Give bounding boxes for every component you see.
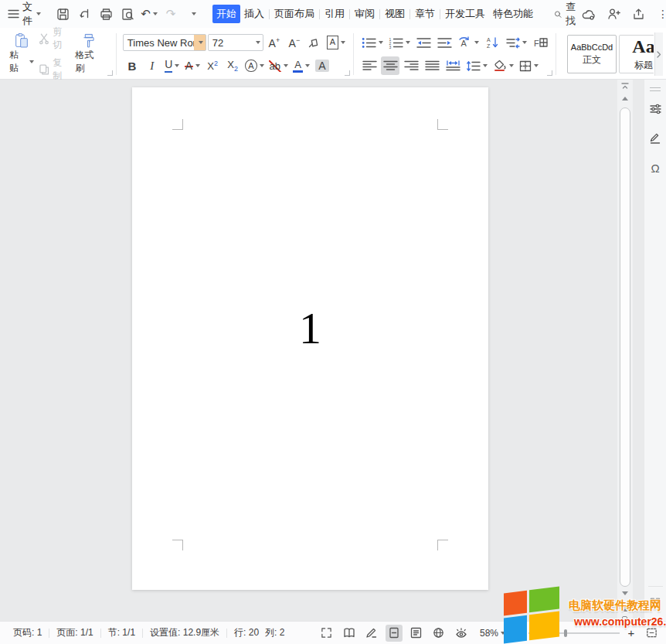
customize-toolbar-icon[interactable] <box>183 5 202 23</box>
chevron-down-icon[interactable] <box>36 12 41 15</box>
print-preview-icon[interactable] <box>118 5 137 23</box>
page-view-icon[interactable] <box>386 625 403 642</box>
export-icon[interactable] <box>75 5 93 23</box>
bullet-list-icon[interactable] <box>360 33 385 52</box>
browse-object-icon[interactable] <box>622 616 627 622</box>
paste-icon <box>11 33 32 49</box>
find-button[interactable]: 查找 <box>554 0 579 28</box>
tab-section[interactable]: 章节 <box>411 5 439 23</box>
strikethrough-icon[interactable]: A <box>183 56 202 75</box>
status-page[interactable]: 页面: 1/1 <box>49 626 100 639</box>
superscript-icon[interactable]: X2 <box>203 56 222 75</box>
more-options-icon[interactable]: ⋮ <box>654 5 666 23</box>
ribbon: 粘贴 剪切 复制 格式刷 Times New Roma <box>0 28 666 80</box>
distribute-icon[interactable] <box>443 56 462 75</box>
justify-icon[interactable] <box>423 56 441 75</box>
cut-icon <box>39 32 49 45</box>
tab-insert[interactable]: 插入 <box>240 5 268 23</box>
app-grid-icon[interactable] <box>650 598 661 612</box>
align-left-icon[interactable] <box>360 56 379 75</box>
tab-review[interactable]: 审阅 <box>351 5 379 23</box>
zoom-out-button[interactable]: − <box>511 626 523 639</box>
align-center-icon[interactable] <box>381 56 399 75</box>
previous-page-icon[interactable] <box>617 605 633 612</box>
shrink-font-icon[interactable]: A− <box>285 33 304 52</box>
ruler-toggle-icon[interactable] <box>617 82 633 90</box>
scroll-down-arrow[interactable] <box>617 591 633 595</box>
print-icon[interactable] <box>97 5 115 23</box>
zoom-slider[interactable] <box>528 632 620 634</box>
chevron-down-icon[interactable] <box>251 35 263 50</box>
tab-references[interactable]: 引用 <box>321 5 348 23</box>
read-mode-icon[interactable] <box>341 625 358 642</box>
save-icon[interactable] <box>53 5 72 23</box>
grow-font-icon[interactable]: A+ <box>265 33 284 52</box>
decrease-indent-icon[interactable] <box>414 33 433 52</box>
cloud-sync-icon[interactable] <box>579 5 598 23</box>
style-card-heading[interactable]: Aa 标题 <box>619 35 654 73</box>
tab-page-layout[interactable]: 页面布局 <box>270 5 318 23</box>
vertical-scrollbar[interactable] <box>617 80 633 621</box>
status-section[interactable]: 节: 1/1 <box>101 626 142 639</box>
file-menu[interactable]: 文件 <box>22 0 32 28</box>
tab-special-features[interactable]: 特色功能 <box>489 5 537 23</box>
zoom-level[interactable]: 58% <box>480 628 505 639</box>
status-page-number[interactable]: 页码: 1 <box>6 626 49 639</box>
drag-handle-icon[interactable] <box>650 87 661 91</box>
increase-indent-icon[interactable] <box>435 33 454 52</box>
borders-icon[interactable] <box>518 56 540 75</box>
edit-pen-icon[interactable] <box>647 130 664 147</box>
shading-icon[interactable] <box>491 56 515 75</box>
font-color-icon[interactable]: A <box>291 56 311 75</box>
ink-pencil-icon[interactable] <box>363 625 380 642</box>
font-size-combo[interactable]: 72 <box>208 34 263 51</box>
fullscreen-icon[interactable] <box>318 625 335 642</box>
add-user-icon[interactable] <box>604 5 623 23</box>
eye-protect-icon[interactable] <box>453 625 470 642</box>
scroll-up-arrow[interactable] <box>617 97 633 101</box>
status-setting-value[interactable]: 设置值: 12.9厘米 <box>143 626 226 639</box>
tab-home[interactable]: 开始 <box>212 5 240 23</box>
char-border-icon[interactable]: A <box>325 33 347 52</box>
numbered-list-icon[interactable]: 123 <box>387 33 412 52</box>
font-group: Times New Roma 72 A+ A− A B I U A X2 X2 … <box>123 32 347 77</box>
line-spacing-icon[interactable] <box>464 56 489 75</box>
share-icon[interactable] <box>629 5 647 23</box>
styles-gallery-expand[interactable] <box>654 32 663 76</box>
align-right-icon[interactable] <box>402 56 420 75</box>
properties-sliders-icon[interactable] <box>647 101 664 118</box>
scrollbar-thumb[interactable] <box>620 107 630 587</box>
bold-icon[interactable]: B <box>123 56 141 75</box>
symbol-omega-icon[interactable]: Ω <box>647 159 664 176</box>
zoom-slider-handle[interactable] <box>564 629 567 637</box>
subscript-icon[interactable]: X2 <box>223 56 242 75</box>
char-shading-icon[interactable]: A <box>313 56 331 75</box>
format-painter-button[interactable]: 格式刷 <box>72 32 105 77</box>
redo-icon: ↷ <box>161 5 180 23</box>
undo-icon[interactable]: ↶ <box>140 5 158 23</box>
tab-view[interactable]: 视图 <box>381 5 409 23</box>
chevron-down-icon[interactable] <box>194 35 206 50</box>
fit-page-icon[interactable] <box>643 625 660 642</box>
circled-character-icon[interactable]: A <box>243 56 265 75</box>
sort-icon[interactable]: AZ <box>483 33 501 52</box>
paste-button[interactable]: 粘贴 <box>6 32 37 77</box>
document-text[interactable]: 1 <box>132 306 488 351</box>
highlight-icon[interactable]: ab <box>267 56 290 75</box>
document-page[interactable]: 1 <box>132 87 488 590</box>
outline-view-icon[interactable] <box>408 625 425 642</box>
hamburger-menu-icon[interactable] <box>8 5 19 23</box>
text-tool-icon[interactable]: F <box>531 33 549 52</box>
underline-icon[interactable]: U <box>163 56 182 75</box>
font-name-combo[interactable]: Times New Roma <box>123 34 206 51</box>
clear-format-icon[interactable] <box>305 33 324 52</box>
margin-mark-top-right <box>437 119 448 130</box>
tab-developer-tools[interactable]: 开发工具 <box>441 5 489 23</box>
paragraph-marks-icon[interactable] <box>504 33 528 52</box>
zoom-in-button[interactable]: + <box>625 626 637 639</box>
italic-icon[interactable]: I <box>143 56 161 75</box>
style-card-normal[interactable]: AaBbCcDd 正文 <box>567 35 617 73</box>
web-layout-icon[interactable] <box>430 625 447 642</box>
text-direction-icon[interactable]: A <box>456 33 481 52</box>
chevron-down-icon[interactable] <box>153 12 158 15</box>
